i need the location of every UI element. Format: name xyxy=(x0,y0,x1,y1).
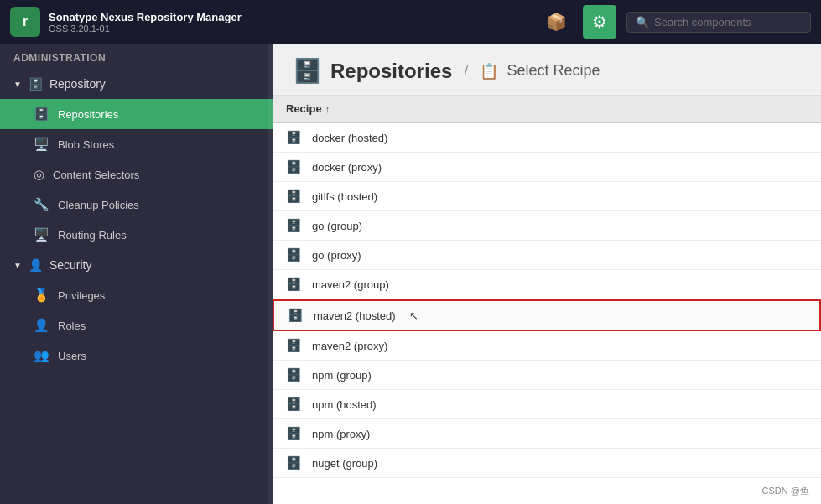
table-row[interactable]: 🗄️go (proxy) xyxy=(273,241,821,270)
breadcrumb-separator: / xyxy=(464,62,468,80)
table-rows: 🗄️docker (hosted)🗄️docker (proxy)🗄️gitlf… xyxy=(273,123,821,478)
topbar: r Sonatype Nexus Repository Manager OSS … xyxy=(0,0,821,44)
search-input[interactable] xyxy=(654,16,802,29)
table-row[interactable]: 🗄️gitlfs (hosted) xyxy=(273,182,821,211)
routing-rules-icon: 🖥️ xyxy=(34,227,49,242)
col-recipe-label: Recipe xyxy=(286,102,322,115)
arrow-down-icon-security: ▼ xyxy=(13,261,22,270)
privileges-icon: 🏅 xyxy=(34,288,49,303)
sidebar-scrollbar[interactable] xyxy=(268,44,273,504)
breadcrumb-sub-icon: 📋 xyxy=(480,62,498,81)
sidebar-item-cleanup-policies[interactable]: 🔧 Cleanup Policies xyxy=(0,190,273,220)
sidebar-item-repositories-label: Repositories xyxy=(58,108,118,121)
app-logo: r Sonatype Nexus Repository Manager OSS … xyxy=(10,7,242,37)
sidebar-item-roles-label: Roles xyxy=(58,320,86,332)
row-label: docker (hosted) xyxy=(312,132,387,144)
row-label: maven2 (proxy) xyxy=(312,340,387,352)
security-icon: 👤 xyxy=(29,258,43,272)
table-row[interactable]: 🗄️maven2 (group) xyxy=(273,270,821,299)
sidebar-item-privileges-label: Privileges xyxy=(58,289,105,302)
row-db-icon: 🗄️ xyxy=(286,277,302,292)
row-db-icon: 🗄️ xyxy=(286,455,302,470)
repository-section-label: Repository xyxy=(49,77,106,91)
sidebar-item-roles[interactable]: 👤 Roles xyxy=(0,310,273,340)
sidebar-item-repositories[interactable]: 🗄️ Repositories xyxy=(0,99,273,129)
row-label: go (group) xyxy=(312,220,362,232)
row-label: maven2 (group) xyxy=(312,278,389,291)
sidebar-item-content-selectors-label: Content Selectors xyxy=(53,169,139,181)
table-row[interactable]: 🗄️nuget (group) xyxy=(273,449,821,478)
main-layout: Administration ▼ 🗄️ Repository 🗄️ Reposi… xyxy=(0,44,821,504)
search-bar[interactable]: 🔍 xyxy=(626,12,811,33)
repositories-icon: 🗄️ xyxy=(34,107,49,122)
table-row[interactable]: 🗄️npm (group) xyxy=(273,361,821,390)
row-label: gitlfs (hosted) xyxy=(312,190,377,203)
row-label: npm (proxy) xyxy=(312,428,370,440)
arrow-down-icon: ▼ xyxy=(13,80,22,89)
app-subtitle: OSS 3.20.1-01 xyxy=(49,23,242,34)
admin-label: Administration xyxy=(0,44,273,69)
row-db-icon: 🗄️ xyxy=(286,189,302,204)
sidebar-item-cleanup-policies-label: Cleanup Policies xyxy=(58,199,139,211)
content-area: 🗄️ Repositories / 📋 Select Recipe Recipe… xyxy=(273,44,821,504)
row-label: go (proxy) xyxy=(312,249,361,262)
blob-stores-icon: 🖥️ xyxy=(34,137,49,152)
repository-icon: 🗄️ xyxy=(29,77,43,91)
table-row[interactable]: 🗄️npm (hosted) xyxy=(273,390,821,419)
row-db-icon: 🗄️ xyxy=(286,218,302,233)
sidebar: Administration ▼ 🗄️ Repository 🗄️ Reposi… xyxy=(0,44,273,504)
row-label: npm (hosted) xyxy=(312,398,377,411)
gear-icon-button[interactable]: ⚙ xyxy=(583,5,616,39)
row-db-icon: 🗄️ xyxy=(286,397,302,412)
table-row[interactable]: 🗄️maven2 (proxy) xyxy=(273,331,821,361)
row-db-icon: 🗄️ xyxy=(288,308,304,323)
box-icon-button[interactable]: 📦 xyxy=(539,5,573,39)
sidebar-section-repository[interactable]: ▼ 🗄️ Repository xyxy=(0,69,273,99)
page-header: 🗄️ Repositories / 📋 Select Recipe xyxy=(273,44,821,96)
row-db-icon: 🗄️ xyxy=(286,159,302,174)
sidebar-item-blob-stores[interactable]: 🖥️ Blob Stores xyxy=(0,129,273,159)
sidebar-item-content-selectors[interactable]: ◎ Content Selectors xyxy=(0,159,273,190)
sidebar-section-security[interactable]: ▼ 👤 Security xyxy=(0,250,273,280)
sidebar-item-users-label: Users xyxy=(58,350,86,362)
table-row[interactable]: 🗄️maven2 (hosted) ↖ xyxy=(273,299,821,331)
row-label: docker (proxy) xyxy=(312,161,382,174)
row-db-icon: 🗄️ xyxy=(286,426,302,441)
cursor-indicator: ↖ xyxy=(409,309,418,322)
row-db-icon: 🗄️ xyxy=(286,367,302,382)
sort-arrow-icon: ↑ xyxy=(325,104,330,114)
page-title: Repositories xyxy=(330,60,452,83)
row-label: maven2 (hosted) xyxy=(314,309,396,322)
table-header: Recipe ↑ xyxy=(273,96,821,123)
recipe-table: Recipe ↑ 🗄️docker (hosted)🗄️docker (prox… xyxy=(273,96,821,504)
row-db-icon: 🗄️ xyxy=(286,338,302,353)
col-recipe[interactable]: Recipe ↑ xyxy=(286,102,808,115)
table-row[interactable]: 🗄️npm (proxy) xyxy=(273,419,821,449)
logo-text: Sonatype Nexus Repository Manager OSS 3.… xyxy=(49,11,242,34)
app-title: Sonatype Nexus Repository Manager xyxy=(49,11,242,23)
row-label: npm (group) xyxy=(312,369,372,382)
users-icon: 👥 xyxy=(34,348,49,363)
row-db-icon: 🗄️ xyxy=(286,130,302,145)
roles-icon: 👤 xyxy=(34,318,49,333)
sidebar-item-users[interactable]: 👥 Users xyxy=(0,340,273,371)
logo-icon: r xyxy=(10,7,40,37)
cleanup-policies-icon: 🔧 xyxy=(34,197,49,212)
row-db-icon: 🗄️ xyxy=(286,247,302,262)
content-selectors-icon: ◎ xyxy=(34,167,44,182)
table-row[interactable]: 🗄️go (group) xyxy=(273,211,821,241)
page-header-icon: 🗄️ xyxy=(293,57,322,85)
row-label: nuget (group) xyxy=(312,457,377,470)
security-section-label: Security xyxy=(49,258,92,272)
table-row[interactable]: 🗄️docker (proxy) xyxy=(273,153,821,182)
breadcrumb-sub: Select Recipe xyxy=(507,62,600,80)
search-icon: 🔍 xyxy=(636,16,649,29)
sidebar-item-privileges[interactable]: 🏅 Privileges xyxy=(0,280,273,310)
sidebar-item-blob-stores-label: Blob Stores xyxy=(58,138,114,151)
sidebar-item-routing-rules-label: Routing Rules xyxy=(58,229,127,242)
table-row[interactable]: 🗄️docker (hosted) xyxy=(273,123,821,153)
sidebar-item-routing-rules[interactable]: 🖥️ Routing Rules xyxy=(0,220,273,250)
